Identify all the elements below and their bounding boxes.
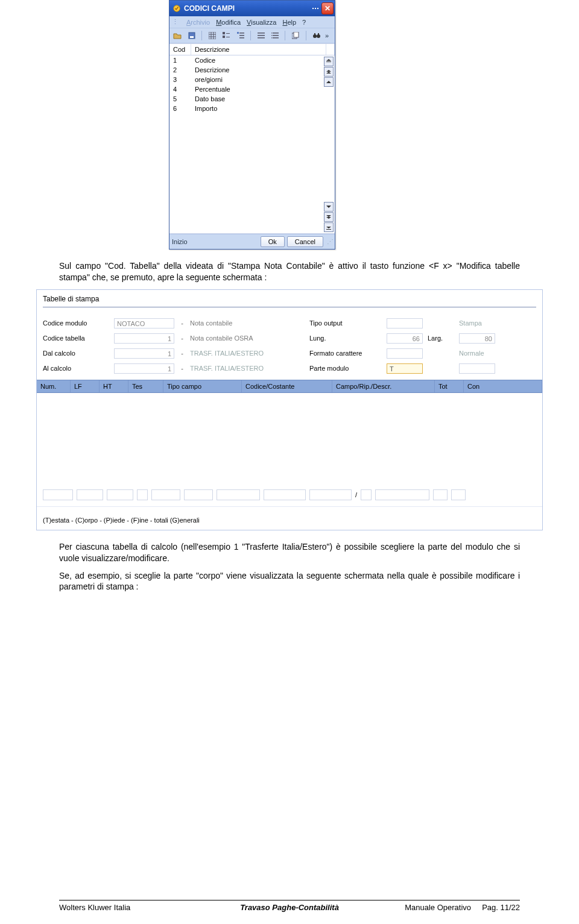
dal-calcolo-code[interactable]: 1	[114, 348, 174, 359]
svg-rect-26	[294, 32, 299, 37]
copy-icon[interactable]	[290, 30, 301, 41]
scroll-down-icon[interactable]	[324, 202, 334, 212]
label-dal-calcolo: Dal calcolo	[43, 350, 109, 357]
detail-input-row: /	[37, 483, 542, 506]
statusbar: Inizio Ok Cancel ⋰	[169, 234, 335, 249]
menu-archivio[interactable]: Archivio	[186, 19, 210, 26]
detail-table-header: Num. LF HT Tes Tipo campo Codice/Costant…	[37, 380, 542, 393]
col-codice-costante[interactable]: Codice/Costante	[242, 380, 332, 392]
svg-rect-18	[258, 37, 265, 39]
col-lf[interactable]: LF	[71, 380, 100, 392]
col-tot[interactable]: Tot	[435, 380, 464, 392]
scroll-page-up-icon[interactable]	[324, 67, 334, 77]
binoculars-icon[interactable]	[311, 30, 322, 41]
titlebar[interactable]: CODICI CAMPI ✕	[169, 1, 335, 16]
scroll-up-icon[interactable]	[324, 77, 334, 87]
svg-rect-15	[237, 32, 239, 34]
formato-car-code[interactable]	[387, 348, 423, 359]
close-icon[interactable]: ✕	[321, 2, 334, 14]
form-title: Tabelle di stampa	[43, 295, 536, 303]
menu-modifica[interactable]: Modifica	[216, 19, 241, 26]
resize-grip-icon[interactable]: ⋰	[327, 238, 332, 246]
svg-rect-29	[314, 33, 315, 35]
menu-help[interactable]: Help	[282, 19, 296, 26]
input-campo-rip-2[interactable]	[375, 489, 429, 500]
form-footer-legend: (T)estata - (C)orpo - (P)iede - (F)ine -…	[37, 506, 542, 530]
col-desc[interactable]: Descrizione	[191, 44, 326, 55]
svg-rect-3	[209, 32, 216, 39]
grid-row[interactable]: 4Percentuale	[169, 84, 335, 94]
codice-modulo-code[interactable]: NOTACO	[114, 318, 174, 328]
input-tipo-campo-2[interactable]	[217, 489, 260, 500]
input-cod-cost-2[interactable]	[309, 489, 352, 500]
chevron-right-icon[interactable]: »	[325, 32, 332, 39]
svg-rect-17	[258, 35, 265, 36]
ok-button[interactable]: Ok	[261, 236, 285, 247]
page-footer: Wolters Kluwer Italia Travaso Paghe-Cont…	[59, 903, 520, 912]
col-tes[interactable]: Tes	[128, 380, 163, 392]
slash-separator: /	[355, 491, 357, 498]
tree-icon[interactable]	[221, 30, 232, 41]
paragraph-1: Sul campo "Cod. Tabella" della videata d…	[59, 260, 520, 283]
scroll-page-down-icon[interactable]	[324, 212, 334, 222]
footer-left: Wolters Kluwer Italia	[59, 903, 213, 912]
window-options-icon[interactable]	[311, 4, 320, 13]
scroll-bottom-icon[interactable]	[324, 222, 334, 232]
col-campo-rip[interactable]: Campo/Rip./Descr.	[332, 380, 435, 392]
table-icon[interactable]	[207, 30, 218, 41]
tipo-output-code[interactable]	[387, 318, 423, 328]
col-cod[interactable]: Cod	[169, 44, 191, 55]
lung-value[interactable]: 66	[387, 333, 423, 344]
grid-row[interactable]: 5Dato base	[169, 94, 335, 104]
larg-value[interactable]: 80	[459, 333, 495, 344]
col-con[interactable]: Con	[464, 380, 542, 392]
paragraph-3: Se, ad esempio, si sceglie la parte "cor…	[59, 570, 520, 593]
tabelle-di-stampa-form: Tabelle di stampa Codice modulo NOTACO -…	[36, 289, 543, 530]
paragraph-2: Per ciascuna tabella di calcolo (nell'es…	[59, 541, 520, 564]
input-campo-rip-1[interactable]	[361, 489, 372, 500]
grid-row[interactable]: 6Importo	[169, 104, 335, 113]
input-cod-cost-1[interactable]	[264, 489, 306, 500]
input-con[interactable]	[451, 489, 466, 500]
codice-tabella-code[interactable]: 1	[114, 333, 174, 344]
input-tes-2[interactable]	[151, 489, 180, 500]
al-calcolo-code[interactable]: 1	[114, 363, 174, 374]
label-larg: Larg.	[428, 335, 454, 342]
col-tipo-campo[interactable]: Tipo campo	[163, 380, 242, 392]
svg-rect-21	[273, 37, 279, 39]
parte-modulo-desc[interactable]	[459, 363, 495, 374]
list-icon-2[interactable]	[270, 30, 280, 41]
svg-rect-30	[318, 33, 319, 35]
menu-visualizza[interactable]: Visualizza	[247, 19, 276, 26]
dal-calcolo-desc: TRASF. ITALIA/ESTERO	[190, 350, 305, 357]
input-tot[interactable]	[433, 489, 448, 500]
svg-rect-14	[239, 37, 244, 39]
list-icon-1[interactable]	[256, 30, 267, 41]
open-icon[interactable]	[172, 30, 183, 41]
svg-rect-12	[239, 33, 244, 34]
svg-rect-16	[258, 33, 265, 34]
col-spacer	[326, 44, 335, 55]
col-ht[interactable]: HT	[100, 380, 128, 392]
grid-row[interactable]: 1Codice	[169, 55, 335, 65]
menubar: ⋮ Archivio Modifica Visualizza Help ?	[169, 16, 335, 28]
col-num[interactable]: Num.	[37, 380, 71, 392]
window-title: CODICI CAMPI	[184, 4, 311, 13]
grid-header: Cod Descrizione	[169, 43, 335, 55]
list-select-icon[interactable]	[235, 30, 245, 41]
grid-row[interactable]: 2Descrizione	[169, 65, 335, 75]
input-ht[interactable]	[107, 489, 133, 500]
cancel-button[interactable]: Cancel	[287, 236, 323, 247]
grid-row[interactable]: 3ore/giorni	[169, 75, 335, 84]
input-lf[interactable]	[77, 489, 103, 500]
scroll-top-icon[interactable]	[324, 57, 334, 66]
input-num[interactable]	[43, 489, 73, 500]
input-tes-1[interactable]	[137, 489, 148, 500]
formato-car-desc: Normale	[459, 350, 495, 357]
input-tipo-campo-1[interactable]	[184, 489, 213, 500]
save-icon[interactable]	[186, 30, 197, 41]
svg-point-23	[271, 35, 272, 36]
parte-modulo-input[interactable]: T	[387, 363, 423, 374]
menu-question[interactable]: ?	[302, 19, 306, 26]
label-al-calcolo: Al calcolo	[43, 365, 109, 372]
